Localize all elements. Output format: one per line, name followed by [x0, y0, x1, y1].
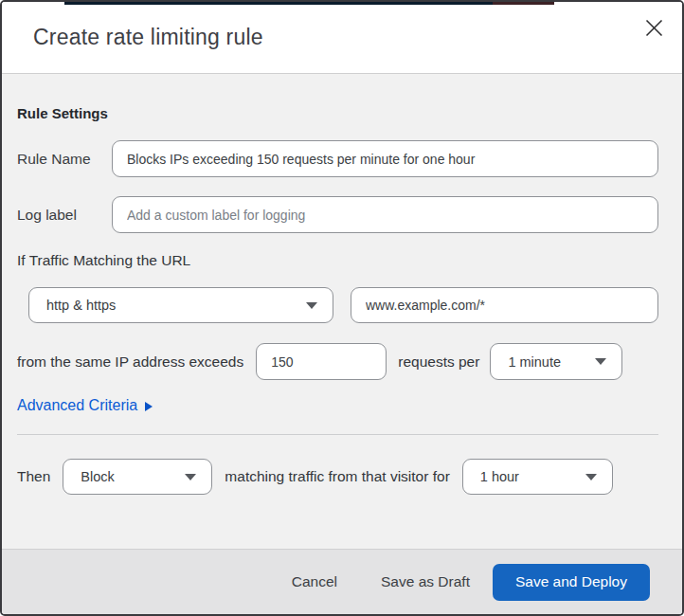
- dialog-title: Create rate limiting rule: [33, 25, 263, 50]
- save-deploy-button[interactable]: Save and Deploy: [493, 564, 650, 601]
- page-behind-sliver: [64, 2, 493, 5]
- cancel-button[interactable]: Cancel: [292, 573, 337, 590]
- then-label: Then: [17, 468, 50, 485]
- traffic-match-heading: If Traffic Matching the URL: [17, 252, 658, 269]
- action-select[interactable]: Block: [63, 459, 212, 495]
- threshold-text-before: from the same IP address exceeds: [17, 353, 243, 371]
- log-label-input[interactable]: [112, 196, 658, 233]
- action-select-value: Block: [81, 469, 114, 484]
- period-select-value: 1 minute: [508, 354, 561, 370]
- advanced-criteria-label: Advanced Criteria: [17, 397, 137, 414]
- rule-name-label: Rule Name: [17, 151, 112, 168]
- dialog-body: Rule Settings Rule Name Log label If Tra…: [2, 74, 682, 549]
- dialog-header: Create rate limiting rule: [2, 2, 682, 74]
- threshold-row: from the same IP address exceeds request…: [17, 343, 658, 380]
- dialog-footer: Cancel Save as Draft Save and Deploy: [2, 549, 682, 614]
- duration-select[interactable]: 1 hour: [462, 459, 613, 495]
- rule-name-input[interactable]: [112, 140, 658, 177]
- advanced-criteria-link[interactable]: Advanced Criteria: [17, 397, 153, 414]
- arrow-right-icon: [145, 402, 153, 411]
- log-label-row: Log label: [17, 196, 658, 233]
- action-middle-text: matching traffic from that visitor for: [225, 468, 449, 485]
- scheme-select-value: http & https: [46, 298, 116, 313]
- period-select[interactable]: 1 minute: [490, 343, 622, 380]
- rule-name-row: Rule Name: [17, 140, 658, 177]
- action-row: Then Block matching traffic from that vi…: [17, 459, 658, 495]
- threshold-input[interactable]: [256, 343, 387, 380]
- scheme-select[interactable]: http & https: [28, 287, 333, 323]
- caret-down-icon: [585, 474, 597, 480]
- duration-select-value: 1 hour: [480, 469, 519, 484]
- save-draft-button[interactable]: Save as Draft: [381, 573, 470, 590]
- caret-down-icon: [185, 474, 196, 480]
- close-button[interactable]: [642, 18, 665, 41]
- close-icon: [645, 19, 663, 40]
- caret-down-icon: [595, 358, 606, 365]
- create-rate-limiting-rule-dialog: Create rate limiting rule Rule Settings …: [0, 0, 684, 616]
- url-input[interactable]: [351, 287, 658, 323]
- threshold-text-after: requests per: [398, 353, 479, 371]
- section-divider: [17, 434, 658, 435]
- page-behind-sliver: [493, 2, 554, 5]
- rule-settings-heading: Rule Settings: [17, 105, 658, 121]
- caret-down-icon: [306, 302, 317, 309]
- log-label-label: Log label: [17, 207, 112, 224]
- scheme-url-row: http & https: [28, 287, 658, 323]
